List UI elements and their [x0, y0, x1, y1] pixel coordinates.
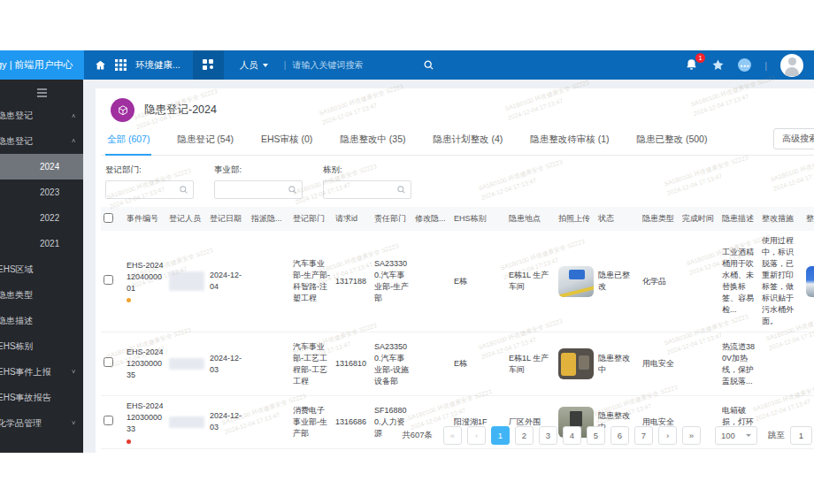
filter-division-box — [214, 180, 303, 199]
search-icon[interactable] — [423, 59, 434, 71]
table-header-row: 事件编号 登记人员 登记日期 指派隐... 登记部门 请求id 责任部门 修改隐… — [101, 207, 814, 231]
next-page-button[interactable]: › — [658, 426, 677, 445]
after-photo-thumbnail[interactable] — [806, 266, 814, 297]
filter-building-box — [323, 180, 411, 199]
sidebar-item-hidden-danger-group[interactable]: 隐患登记 ∧ — [0, 103, 83, 128]
page-button-6[interactable]: 6 — [610, 426, 629, 445]
people-dropdown[interactable]: 人员 — [240, 59, 268, 72]
col-finish-time: 完成时间 — [680, 207, 719, 231]
tab-registered[interactable]: 隐患登记 (54) — [175, 130, 235, 155]
global-search[interactable]: | 请输入关键词搜索 — [284, 59, 434, 72]
sidebar-item-ehs-event-report[interactable]: EHS事件上报 ∨ — [0, 359, 83, 385]
col-request-id: 请求id — [333, 207, 372, 231]
filter-division-input[interactable] — [219, 186, 288, 195]
chevron-down-icon: ∨ — [71, 369, 76, 375]
sidebar-collapse-icon[interactable] — [0, 83, 83, 103]
brand-area: gy | 前端用户中心 — [0, 50, 84, 80]
page-size-select[interactable]: 100 — [715, 426, 757, 445]
current-app-name[interactable]: 环境健康... — [135, 59, 180, 72]
danger-table: 事件编号 登记人员 登记日期 指派隐... 登记部门 请求id 责任部门 修改隐… — [101, 207, 814, 449]
row-checkbox[interactable] — [104, 357, 113, 367]
advanced-search-button[interactable]: 高级搜索 — [773, 128, 814, 149]
sidebar-item-2022[interactable]: 2022 — [0, 205, 83, 231]
more-ellipsis-icon[interactable]: ●●● — [738, 58, 751, 72]
sidebar-item-2023[interactable]: 2023 — [0, 179, 83, 205]
jump-page-input[interactable] — [790, 426, 812, 445]
tab-rectifying[interactable]: 隐患整改中 (35) — [338, 130, 407, 155]
col-resp-dept: 责任部门 — [372, 207, 412, 231]
search-placeholder: 请输入关键词搜索 — [292, 59, 422, 72]
col-status: 状态 — [595, 207, 640, 231]
chevron-down-icon — [746, 434, 751, 437]
search-icon — [179, 185, 188, 195]
search-divider: | — [284, 60, 287, 70]
col-after: 整改 — [803, 207, 814, 231]
page-button-2[interactable]: 2 — [515, 426, 534, 445]
event-no[interactable]: EHS-20241203000035 — [127, 347, 164, 379]
redacted-person-name — [169, 271, 204, 291]
table-row[interactable]: EHS-20241203000035 2024-12-03 汽车事业部-工艺工程… — [101, 332, 814, 396]
home-icon[interactable] — [95, 59, 106, 71]
col-ehs-building: EHS栋别 — [451, 207, 506, 231]
page-button-5[interactable]: 5 — [587, 426, 605, 445]
pagination: 共607条 « ‹ 1 2 3 4 5 6 7 › » 100 跳 — [96, 426, 814, 445]
app-window: gy | 前端用户中心 环境健康... 人员 | — [0, 50, 814, 453]
chevron-up-icon: ∧ — [71, 112, 76, 118]
request-id: 1317188 — [333, 231, 372, 332]
filter-label-reg-dept: 登记部门: — [105, 164, 194, 176]
total-count: 共607条 — [402, 430, 433, 441]
table-row[interactable]: EHS-20241204000001 2024-12-04 汽车事业部-生产部-… — [101, 231, 814, 332]
select-all-checkbox[interactable] — [104, 213, 113, 223]
chevron-down-icon: ∨ — [71, 420, 76, 426]
sidebar-item-2021[interactable]: 2021 — [0, 231, 83, 256]
page-button-1[interactable]: 1 — [491, 426, 510, 445]
sidebar-item-danger-type[interactable]: 隐患类型 — [0, 282, 83, 308]
photo-thumbnail[interactable] — [558, 266, 594, 297]
rectify-measures: 使用过程中，标识脱落，已重新打印标签，做标识贴于污水桶外面。 — [759, 231, 803, 332]
col-register-date: 登记日期 — [207, 207, 249, 231]
tab-plan-rectify[interactable]: 隐患计划整改 (4) — [431, 130, 504, 155]
apps-grid-icon[interactable] — [115, 59, 127, 71]
col-photo: 拍照上传 — [556, 207, 595, 231]
sidebar-item-ehs-building[interactable]: EHS栋别 — [0, 333, 83, 359]
event-no[interactable]: EHS-20241204000001 — [127, 261, 164, 293]
sidebar-item-2024[interactable]: 2024 — [0, 154, 83, 179]
prev-page-button[interactable]: ‹ — [467, 426, 486, 445]
page-button-7[interactable]: 7 — [634, 426, 653, 445]
content-card: 隐患登记-2024 全部 (607) 隐患登记 (54) EHS审核 (0) 隐… — [96, 88, 814, 453]
resp-dept: SA233500.汽车事业部-设施设备部 — [372, 332, 412, 396]
page-button-3[interactable]: 3 — [539, 426, 557, 445]
tab-all[interactable]: 全部 (607) — [105, 130, 151, 156]
tab-ehs-review[interactable]: EHS审核 (0) — [259, 130, 314, 155]
sidebar-item-ehs-accident-report[interactable]: EHS事故报告 — [0, 385, 83, 410]
user-avatar[interactable] — [780, 54, 803, 77]
filter-reg-dept-input[interactable] — [111, 186, 179, 195]
col-register-dept: 登记部门 — [290, 207, 333, 231]
photo-thumbnail[interactable] — [558, 348, 594, 379]
filter-reg-dept-box — [105, 180, 194, 199]
filter-building-input[interactable] — [328, 186, 396, 195]
sidebar-item-hidden-danger-register[interactable]: 隐患登记 ∧ — [0, 128, 83, 154]
first-page-button[interactable]: « — [443, 426, 462, 445]
sidebar-item-chemical-mgmt[interactable]: 化学品管理 ∨ — [0, 410, 83, 436]
col-modify: 修改隐... — [412, 207, 451, 231]
row-checkbox[interactable] — [104, 275, 113, 285]
sidebar-item-danger-desc[interactable]: 隐患描述 — [0, 308, 83, 333]
favorites-star-icon[interactable] — [711, 58, 725, 72]
tab-rectified[interactable]: 隐患已整改 (500) — [634, 130, 709, 155]
danger-type: 化学品 — [640, 231, 680, 332]
org-switcher[interactable] — [193, 50, 224, 80]
filter-label-division: 事业部: — [214, 164, 303, 176]
col-assign: 指派隐... — [249, 207, 290, 231]
chevron-down-icon — [263, 64, 268, 67]
sidebar-item-ehs-area[interactable]: EHS区域 — [0, 256, 83, 282]
page-button-4[interactable]: 4 — [563, 426, 581, 445]
notifications-bell-icon[interactable]: 1 — [685, 58, 698, 72]
register-dept: 汽车事业部-生产部-科智路-注塑工程 — [290, 231, 333, 332]
last-page-button[interactable]: » — [682, 426, 701, 445]
register-date: 2024-12-04 — [207, 231, 249, 332]
register-date: 2024-12-03 — [207, 332, 249, 396]
tab-pending-review[interactable]: 隐患整改待审核 (1) — [528, 130, 610, 155]
redacted-person-name — [169, 358, 204, 370]
row-checkbox[interactable] — [104, 416, 113, 425]
